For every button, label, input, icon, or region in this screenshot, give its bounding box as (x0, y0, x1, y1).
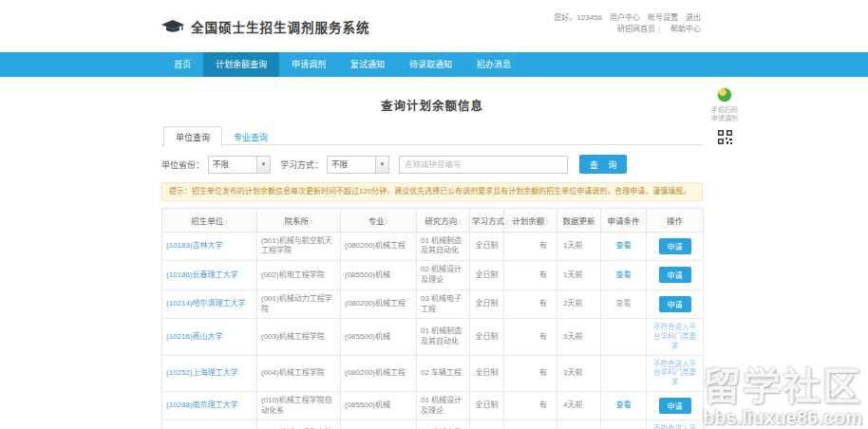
keyword-input[interactable] (399, 156, 568, 174)
col-action: 申请 (647, 289, 704, 319)
header-link-1[interactable]: 帐号设置 (648, 13, 678, 22)
col-updated: 5天前 (557, 420, 601, 429)
col-header-0[interactable]: 招生单位↕ (162, 208, 257, 232)
unit-link[interactable]: (10216)燕山大学 (166, 332, 223, 341)
col-updated: 2天前 (557, 289, 601, 319)
col-action: 不符合进入平台学科门类要求 (647, 420, 704, 429)
apply-button[interactable]: 申请 (659, 238, 691, 254)
col-study-mode: 全日制 (470, 420, 504, 429)
unit-link[interactable]: (10214)哈尔滨理工大学 (166, 299, 246, 308)
nav-item-0[interactable]: 首页 (161, 52, 203, 77)
main-navbar: 首页计划余额查询申请调剂复试通知待录取通知招办消息 (0, 52, 868, 77)
col-major: (080200)机械工程 (341, 420, 417, 429)
watermark-url: bbs.liuxue86.com (703, 407, 862, 429)
sort-icon[interactable]: ↕ (224, 218, 228, 225)
col-header-5[interactable]: 计划余额↕ (504, 208, 557, 232)
col-header-1[interactable]: 院系所↕ (257, 208, 341, 232)
col-condition: 查看 (601, 261, 647, 290)
col-dept: (002)机电工程学院 (257, 261, 341, 290)
col-header-4[interactable]: 学习方式↕ (470, 208, 504, 232)
col-dept: (005)机械工程及自动化学院 (257, 420, 341, 429)
col-condition: 查看 (601, 232, 647, 261)
col-quota: 有 (504, 420, 557, 429)
col-header-label: 操作 (667, 216, 683, 226)
col-direction: 02 机械设计及理论 (417, 261, 470, 290)
mobile-app-widget: 手机扫码 申请调剂 (710, 87, 739, 144)
quota-table: 招生单位↕院系所↕专业↕研究方向↕学习方式↕计划余额↕数据更新申请条件操作 (1… (161, 208, 704, 429)
notice-bar: 提示：招生单位发布的计划余额信息每次更新时间不超过120分钟，建议优先选择已公布… (161, 182, 703, 201)
sort-icon[interactable]: ↕ (545, 218, 549, 225)
sort-icon[interactable]: ↕ (310, 218, 313, 225)
col-condition (601, 319, 647, 355)
not-eligible-text: 不符合进入平台学科门类要求 (651, 360, 699, 387)
col-unit: (10216)燕山大学 (162, 319, 257, 355)
chevron-down-icon: ▼ (375, 157, 388, 173)
search-button[interactable]: 查 询 (579, 155, 627, 174)
province-select[interactable]: 不限 ▼ (208, 156, 271, 174)
col-quota: 有 (504, 289, 557, 319)
filter-row: 单位省份： 不限 ▼ 学习方式： 不限 ▼ 查 询 (161, 155, 703, 174)
condition-view-link[interactable]: 查看 (616, 270, 632, 279)
col-study-mode: 全日制 (470, 232, 504, 261)
col-quota: 有 (504, 319, 557, 355)
col-major: (085500)机械 (341, 261, 417, 290)
app-title: 全国硕士生招生调剂服务系统 (191, 17, 370, 36)
tab-1[interactable]: 专业查询 (222, 127, 279, 147)
col-major: (080200)机械工程 (341, 355, 417, 391)
col-study-mode: 全日制 (470, 261, 504, 290)
top-header: 全国硕士生招生调剂服务系统 您好，123456用户中心帐号设置退出 研招网首页|… (0, 0, 868, 52)
col-quota: 有 (504, 391, 557, 420)
nav-item-3[interactable]: 复试通知 (338, 52, 397, 77)
col-header-3[interactable]: 研究方向↕ (417, 208, 470, 232)
header-link-2[interactable]: 退出 (686, 13, 701, 22)
header-link2-0[interactable]: 研招网首页 (617, 25, 655, 33)
col-quota: 有 (504, 355, 557, 391)
nav-item-1[interactable]: 计划余额查询 (203, 52, 279, 77)
col-dept: (501)机械与航空航天工程学院 (257, 232, 341, 261)
col-action: 不符合进入平台学科门类要求 (647, 355, 704, 391)
table-row: (10214)哈尔滨理工大学(001)机械动力工程学院(080200)机械工程0… (162, 289, 704, 319)
sort-icon[interactable]: ↕ (458, 218, 462, 225)
col-direction: 03 机械电子工程 (417, 289, 470, 319)
col-header-label: 计划余额 (512, 216, 544, 226)
unit-link[interactable]: (10288)南京理工大学 (166, 401, 238, 409)
sort-icon[interactable]: ↕ (386, 218, 389, 225)
col-header-label: 申请条件 (607, 216, 639, 226)
col-condition: 查看 (601, 289, 647, 319)
mobile-app-icon[interactable] (717, 87, 732, 103)
col-header-label: 招生单位 (191, 216, 223, 226)
unit-link[interactable]: (10252)上海理工大学 (166, 368, 238, 377)
brand: 全国硕士生招生调剂服务系统 (161, 17, 370, 36)
not-eligible-text: 不符合进入平台学科门类要求 (651, 424, 699, 429)
study-mode-select[interactable]: 不限 ▼ (327, 156, 389, 174)
col-action: 申请 (647, 232, 704, 261)
condition-view-link[interactable]: 查看 (616, 401, 632, 409)
col-updated: 1天前 (557, 232, 601, 261)
condition-muted-text: 查看 (616, 299, 632, 308)
unit-link[interactable]: (10183)吉林大学 (166, 241, 223, 250)
user-greeting: 您好，123456 (554, 13, 602, 22)
condition-view-link[interactable]: 查看 (616, 241, 632, 250)
apply-button[interactable]: 申请 (659, 296, 691, 312)
nav-item-5[interactable]: 招办消息 (464, 52, 523, 77)
sort-icon[interactable]: ↕ (505, 218, 509, 225)
qr-code-icon[interactable] (718, 130, 732, 144)
unit-link[interactable]: (10186)长春理工大学 (166, 270, 238, 279)
col-unit: (10288)南京理工大学 (162, 391, 257, 420)
watermark-title: 留学社区 (703, 356, 862, 411)
col-updated: 3天前 (557, 355, 601, 391)
col-header-7: 申请条件 (601, 208, 647, 232)
col-header-2[interactable]: 专业↕ (341, 208, 417, 232)
header-link-0[interactable]: 用户中心 (610, 13, 640, 22)
col-header-label: 学习方式 (472, 216, 504, 226)
not-eligible-text: 不符合进入平台学科门类要求 (651, 323, 699, 350)
province-select-value: 不限 (209, 157, 256, 173)
nav-item-4[interactable]: 待录取通知 (397, 52, 464, 77)
header-link2-1[interactable]: 帮助中心 (670, 25, 701, 33)
apply-button[interactable]: 申请 (659, 398, 691, 414)
nav-item-2[interactable]: 申请调剂 (279, 52, 338, 77)
apply-button[interactable]: 申请 (659, 267, 691, 283)
col-study-mode: 全日制 (470, 289, 504, 319)
col-condition (601, 355, 647, 391)
tab-0[interactable]: 单位查询 (163, 126, 222, 148)
